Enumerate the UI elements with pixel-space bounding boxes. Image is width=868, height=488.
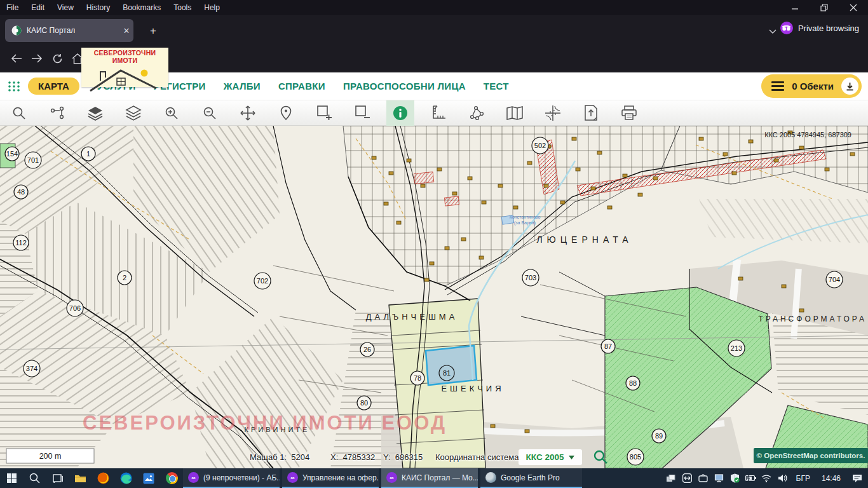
start-button[interactable] (0, 468, 23, 488)
back-button[interactable] (6, 48, 27, 69)
tray-volume-icon[interactable] (775, 468, 790, 488)
language-indicator[interactable]: БГР (790, 474, 816, 483)
svg-text:154: 154 (6, 150, 18, 158)
nav-zhalbi[interactable]: ЖАЛБИ (224, 81, 261, 92)
menu-history[interactable]: History (80, 0, 116, 15)
task-google-earth[interactable]: Google Earth Pro (480, 468, 582, 488)
map-area: Константиново (за Варна) ЛЮЦЕРНАТА ДАЛЪН… (0, 126, 868, 468)
nodes-icon (50, 105, 65, 121)
task-mail-window[interactable]: ∞ (9 непрочетени) - АБ... (183, 468, 280, 488)
window-restore-button[interactable] (810, 0, 839, 15)
tray-display-icon[interactable] (711, 468, 727, 488)
tab-title: КАИС Портал (27, 26, 119, 35)
firefox-icon (97, 472, 109, 484)
file-explorer-button[interactable] (69, 468, 92, 488)
taskbar-search-button[interactable] (23, 468, 46, 488)
task-label: Google Earth Pro (501, 473, 560, 482)
photos-app-button[interactable] (137, 468, 160, 488)
scale-bar: 200 m (6, 449, 94, 463)
crs-label: Координатна система: (435, 452, 521, 462)
svg-text:702: 702 (257, 277, 268, 285)
clock[interactable]: 14:46 (816, 474, 846, 483)
menu-edit[interactable]: Edit (25, 0, 51, 15)
tool-zoom-out[interactable] (196, 100, 224, 126)
nav-spravki[interactable]: СПРАВКИ (278, 81, 325, 92)
crs-selector[interactable]: ККС 2005 (519, 449, 582, 465)
menu-tools[interactable]: Tools (167, 0, 198, 15)
tool-zoom-in[interactable] (158, 100, 186, 126)
svg-text:112: 112 (15, 239, 27, 247)
private-browsing-badge: Private browsing (780, 22, 859, 34)
task-offers-window[interactable]: ∞ Управление на офер... (282, 468, 379, 488)
tool-info-active[interactable] (386, 100, 414, 126)
menu-view[interactable]: View (51, 0, 80, 15)
tool-add-selection[interactable] (310, 100, 338, 126)
tool-remove-selection[interactable] (348, 100, 376, 126)
objects-download-icon[interactable] (841, 78, 858, 95)
tool-select-objects[interactable] (43, 100, 71, 126)
new-tab-button[interactable]: + (145, 23, 161, 39)
tool-locate[interactable] (272, 100, 300, 126)
tool-measure-length[interactable] (424, 100, 452, 126)
label-eshekchiya: ЕШЕКЧИЯ (441, 384, 504, 393)
print-icon (621, 105, 637, 121)
nav-pravosposobni-litsa[interactable]: ПРАВОСПОСОБНИ ЛИЦА (343, 81, 466, 92)
reload-button[interactable] (47, 48, 67, 69)
osm-attribution[interactable]: © OpenStreetMap contributors. (754, 448, 868, 463)
tool-layers[interactable] (119, 100, 147, 126)
tray-battery-icon[interactable] (743, 468, 759, 488)
cadastre-map-canvas[interactable]: Константиново (за Варна) ЛЮЦЕРНАТА ДАЛЪН… (0, 126, 868, 468)
nav-test[interactable]: ТЕСТ (484, 81, 509, 92)
task-label: (9 непрочетени) - АБ... (203, 473, 280, 482)
tool-coordinates[interactable] (539, 100, 567, 126)
desktop: File Edit View History Bookmarks Tools H… (0, 0, 868, 488)
svg-text:87: 87 (604, 342, 612, 350)
menu-file[interactable]: File (0, 0, 25, 15)
menu-bookmarks[interactable]: Bookmarks (116, 0, 167, 15)
tray-capture-icon[interactable] (695, 468, 711, 488)
tool-map-sheets[interactable] (501, 100, 529, 126)
tab-kais-portal[interactable]: КАИС Портал ✕ (5, 19, 133, 42)
notification-center-button[interactable] (846, 468, 868, 488)
apps-grid-icon[interactable] (8, 80, 20, 93)
task-label: КАИС Портал — Mo... (402, 473, 478, 482)
label-lyucernata: ЛЮЦЕРНАТА (536, 234, 632, 245)
menu-help[interactable]: Help (198, 0, 226, 15)
nav-karta-active[interactable]: КАРТА (28, 78, 79, 95)
svg-text:80: 80 (360, 399, 368, 407)
location-pin-icon (280, 105, 292, 121)
zoom-out-icon (202, 105, 217, 121)
svg-text:81: 81 (443, 369, 451, 377)
restore-icon (820, 4, 828, 11)
tray-security-shield-icon[interactable] (727, 468, 743, 488)
tray-teamviewer-icon[interactable] (679, 468, 695, 488)
tray-wifi-icon[interactable] (759, 468, 775, 488)
label-dalanchesma: ДАЛЪНЧЕШМА (366, 312, 458, 322)
minimize-icon (791, 4, 799, 11)
pan-icon (240, 105, 256, 121)
forward-button[interactable] (27, 48, 47, 69)
tool-measure-area[interactable] (463, 100, 491, 126)
task-kais-window-active[interactable]: ∞ КАИС Портал — Mo... (381, 468, 478, 488)
task-view-button[interactable] (46, 468, 69, 488)
objects-menu-icon (771, 79, 784, 93)
firefox-private-icon: ∞ (188, 472, 199, 483)
tool-print[interactable] (615, 100, 643, 126)
edge-button[interactable] (114, 468, 137, 488)
svg-text:704: 704 (829, 276, 840, 283)
firefox-button[interactable] (92, 468, 114, 488)
tool-pan[interactable] (234, 100, 262, 126)
window-minimize-button[interactable] (780, 0, 810, 15)
window-close-button[interactable] (839, 0, 868, 15)
tool-search[interactable] (5, 100, 33, 126)
tool-export[interactable] (577, 100, 605, 126)
tray-cascade-windows-icon[interactable] (663, 468, 679, 488)
list-all-tabs-button[interactable] (765, 24, 780, 38)
objects-button[interactable]: 0 Обекти (761, 74, 862, 98)
back-icon (11, 54, 22, 63)
chrome-button[interactable] (160, 468, 183, 488)
map-search-button[interactable] (592, 449, 609, 465)
tab-close-icon[interactable]: ✕ (119, 26, 133, 36)
layers-filled-icon (87, 105, 104, 121)
tool-basemap-layers[interactable] (81, 100, 109, 126)
